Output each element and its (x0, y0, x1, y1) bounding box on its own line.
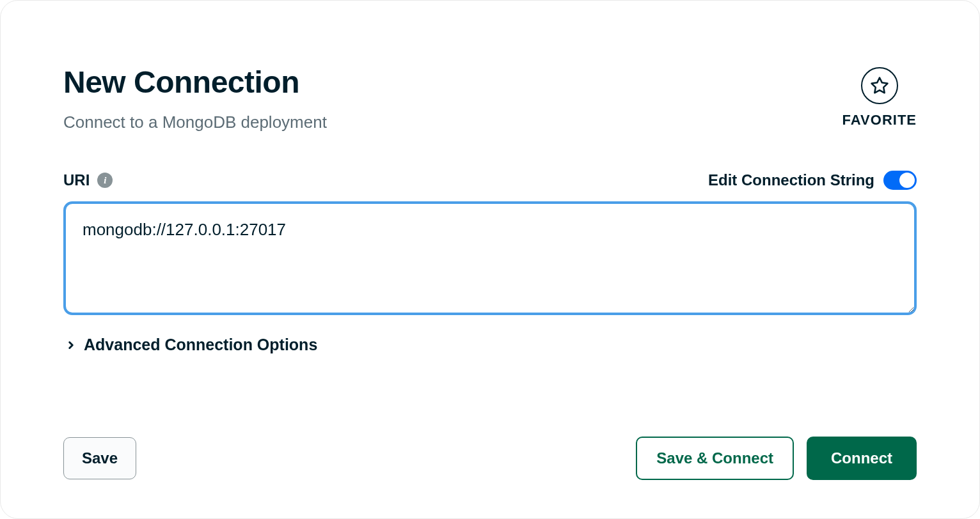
connection-panel: New Connection Connect to a MongoDB depl… (0, 0, 980, 519)
save-button[interactable]: Save (63, 437, 136, 479)
save-and-connect-button[interactable]: Save & Connect (636, 437, 794, 480)
advanced-connection-options-toggle[interactable]: Advanced Connection Options (63, 336, 917, 354)
footer-right: Save & Connect Connect (636, 437, 917, 480)
page-subtitle: Connect to a MongoDB deployment (63, 112, 842, 132)
info-icon[interactable]: i (97, 173, 113, 188)
edit-connection-string-label: Edit Connection String (708, 171, 874, 189)
uri-label: URI (63, 171, 90, 189)
uri-label-group: URI i (63, 171, 113, 189)
advanced-label: Advanced Connection Options (84, 336, 317, 354)
page-title: New Connection (63, 65, 842, 100)
footer: Save Save & Connect Connect (63, 437, 917, 480)
favorite-block: FAVORITE (842, 65, 917, 128)
star-icon (870, 76, 889, 95)
edit-toggle-group: Edit Connection String (708, 171, 917, 190)
connect-button[interactable]: Connect (807, 437, 917, 480)
title-block: New Connection Connect to a MongoDB depl… (63, 65, 842, 132)
favorite-label: FAVORITE (842, 112, 917, 128)
header-row: New Connection Connect to a MongoDB depl… (63, 65, 917, 132)
edit-connection-string-toggle[interactable] (883, 171, 917, 190)
toggle-knob (899, 173, 915, 188)
chevron-right-icon (63, 337, 79, 353)
favorite-button[interactable] (861, 67, 898, 104)
uri-row: URI i Edit Connection String (63, 171, 917, 190)
svg-marker-0 (871, 78, 887, 93)
uri-input[interactable] (63, 201, 917, 315)
